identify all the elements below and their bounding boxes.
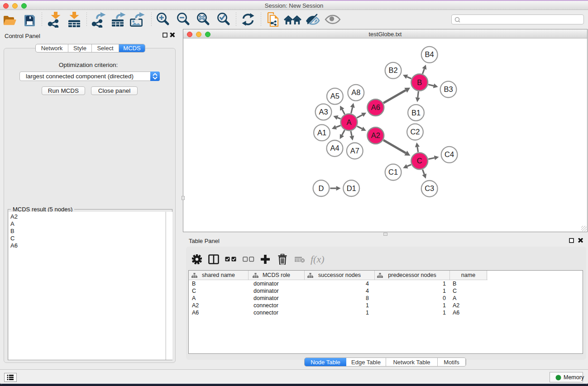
svg-text:C4: C4 (445, 150, 454, 158)
svg-text:A2: A2 (371, 131, 380, 139)
svg-text:A6: A6 (371, 103, 380, 111)
svg-text:A7: A7 (350, 147, 359, 155)
svg-text:A: A (346, 118, 351, 126)
svg-text:D1: D1 (347, 184, 356, 192)
svg-text:A4: A4 (330, 144, 339, 152)
svg-text:C1: C1 (388, 168, 398, 176)
svg-text:B3: B3 (444, 85, 453, 93)
svg-text:B2: B2 (389, 66, 398, 74)
svg-text:D: D (319, 184, 324, 192)
svg-text:A5: A5 (330, 92, 339, 100)
svg-text:C: C (417, 157, 422, 165)
svg-text:A8: A8 (351, 88, 360, 96)
svg-text:A1: A1 (317, 129, 326, 137)
svg-text:C3: C3 (425, 184, 434, 192)
svg-text:C2: C2 (410, 128, 420, 136)
svg-text:A3: A3 (319, 108, 328, 116)
svg-text:B4: B4 (425, 50, 434, 58)
svg-text:B: B (417, 78, 422, 86)
svg-text:B1: B1 (411, 109, 421, 117)
